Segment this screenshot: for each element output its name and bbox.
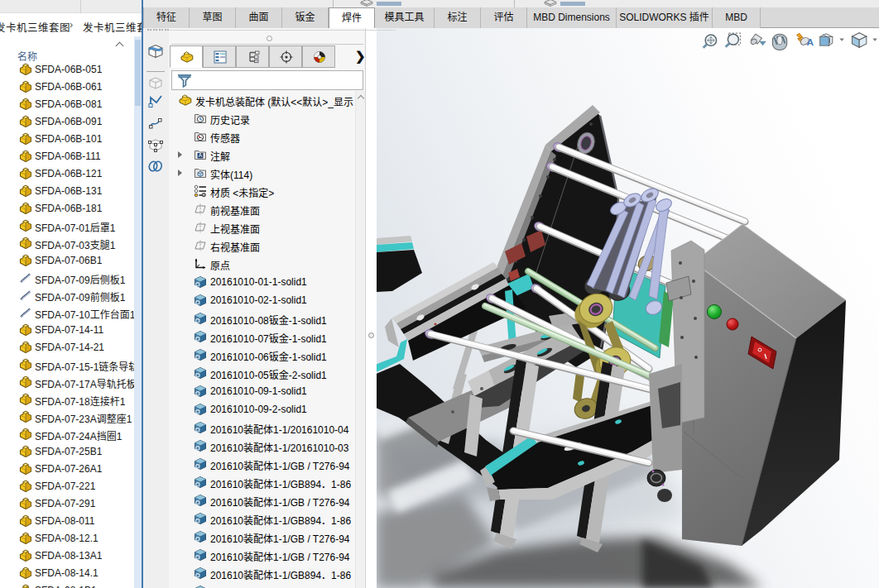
svg-text:A: A — [806, 36, 814, 48]
